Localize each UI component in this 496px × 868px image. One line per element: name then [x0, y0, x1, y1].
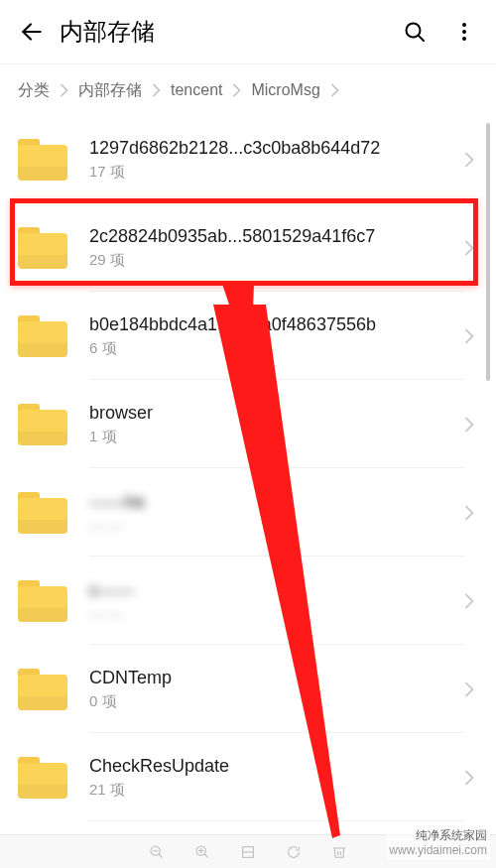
folder-sub: 6 项 — [89, 339, 458, 358]
svg-line-2 — [419, 36, 424, 41]
folder-item[interactable]: browser1 项 — [0, 380, 480, 468]
folder-sub: 0 项 — [89, 692, 458, 711]
file-manager-screen: { "header": { "title": "内部存储" }, "breadc… — [0, 0, 496, 868]
folder-icon — [18, 139, 67, 181]
folder-name: c—— — [89, 580, 458, 601]
scrollbar[interactable] — [486, 123, 490, 381]
folder-icon — [18, 757, 67, 799]
folder-icon — [18, 315, 67, 357]
chevron-right-icon — [458, 152, 480, 168]
chevron-right-icon — [60, 83, 68, 97]
tool-zoom-out-icon[interactable] — [147, 842, 167, 862]
folder-item-text: b0e184bbdc4a1ff...1da0f48637556b6 项 — [89, 314, 458, 358]
folder-sub: — — — [89, 605, 458, 622]
chevron-right-icon — [458, 328, 480, 344]
folder-item-text: CheckResUpdate21 项 — [89, 756, 458, 800]
crumb-1[interactable]: 内部存储 — [78, 80, 142, 101]
chevron-right-icon — [458, 682, 480, 697]
folder-icon — [18, 492, 67, 534]
search-button[interactable] — [401, 18, 429, 46]
folder-item-text: c——— — — [89, 580, 458, 622]
folder-name: CheckResUpdate — [89, 756, 458, 777]
watermark-url: www.yidaimei.com — [389, 843, 487, 859]
back-arrow-icon — [19, 19, 45, 45]
folder-item-text: 2c28824b0935ab...5801529a41f6c729 项 — [89, 226, 458, 270]
folder-item[interactable]: CheckResUpdate21 项 — [0, 733, 480, 821]
watermark-title: 纯净系统家园 — [389, 828, 487, 844]
folder-sub: 1 项 — [89, 428, 458, 446]
folder-name: browser — [89, 403, 458, 424]
tool-delete-icon[interactable] — [329, 842, 349, 862]
chevron-right-icon — [458, 593, 480, 609]
folder-item[interactable]: 1297d6862b2128...c3c0ba8b644d7217 项 — [0, 115, 480, 203]
crumb-3[interactable]: MicroMsg — [251, 81, 319, 99]
breadcrumb: 分类 内部存储 tencent MicroMsg — [0, 64, 496, 116]
tool-rotate-icon[interactable] — [284, 842, 304, 862]
svg-line-14 — [204, 854, 207, 857]
folder-list: 1297d6862b2128...c3c0ba8b644d7217 项2c288… — [0, 115, 496, 833]
folder-icon — [18, 580, 67, 622]
folder-name: CDNTemp — [89, 668, 458, 688]
crumb-0[interactable]: 分类 — [18, 80, 50, 101]
tool-zoom-in-icon[interactable] — [192, 842, 212, 862]
chevron-right-icon — [232, 83, 241, 97]
header-title: 内部存储 — [60, 16, 401, 48]
folder-item-text: CDNTemp0 项 — [89, 668, 458, 711]
folder-name: 2c28824b0935ab...5801529a41f6c7 — [89, 226, 458, 247]
folder-item-text: 1297d6862b2128...c3c0ba8b644d7217 项 — [89, 138, 458, 182]
folder-item[interactable]: 2c28824b0935ab...5801529a41f6c729 项 — [0, 203, 480, 292]
svg-point-5 — [462, 37, 466, 41]
list-viewport: 1297d6862b2128...c3c0ba8b644d7217 项2c288… — [0, 115, 496, 833]
back-button[interactable] — [18, 18, 46, 46]
folder-item[interactable]: c——— — — [0, 557, 480, 645]
folder-sub: 29 项 — [89, 251, 458, 270]
folder-sub: 21 项 — [89, 781, 458, 800]
folder-name: 1297d6862b2128...c3c0ba8b644d72 — [89, 138, 458, 159]
folder-sub: 17 项 — [89, 163, 458, 182]
more-vertical-icon — [452, 20, 476, 44]
chevron-right-icon — [458, 505, 480, 521]
chevron-right-icon — [458, 770, 480, 786]
chevron-right-icon — [330, 83, 339, 97]
svg-point-4 — [462, 30, 466, 34]
tool-fit-icon[interactable] — [238, 842, 258, 862]
watermark: 纯净系统家园 www.yidaimei.com — [386, 827, 490, 860]
folder-name: b0e184bbdc4a1ff...1da0f48637556b — [89, 314, 458, 335]
folder-item[interactable]: CDNTemp0 项 — [0, 645, 480, 733]
chevron-right-icon — [458, 240, 480, 256]
folder-item-text: browser1 项 — [89, 403, 458, 446]
chevron-right-icon — [152, 83, 161, 97]
search-icon — [403, 20, 427, 44]
more-button[interactable] — [450, 18, 478, 46]
folder-icon — [18, 227, 67, 269]
folder-sub: — — — [89, 517, 458, 534]
folder-item-text: ——he— — — [89, 492, 458, 534]
folder-icon — [18, 669, 67, 710]
svg-line-10 — [159, 854, 162, 857]
crumb-2[interactable]: tencent — [171, 81, 222, 99]
folder-item[interactable]: ——he— — — [0, 468, 480, 557]
folder-icon — [18, 404, 67, 445]
header-bar: 内部存储 — [0, 0, 496, 63]
folder-item[interactable]: b0e184bbdc4a1ff...1da0f48637556b6 项 — [0, 292, 480, 380]
chevron-right-icon — [458, 417, 480, 433]
svg-point-3 — [462, 23, 466, 27]
folder-name: ——he — [89, 492, 458, 513]
